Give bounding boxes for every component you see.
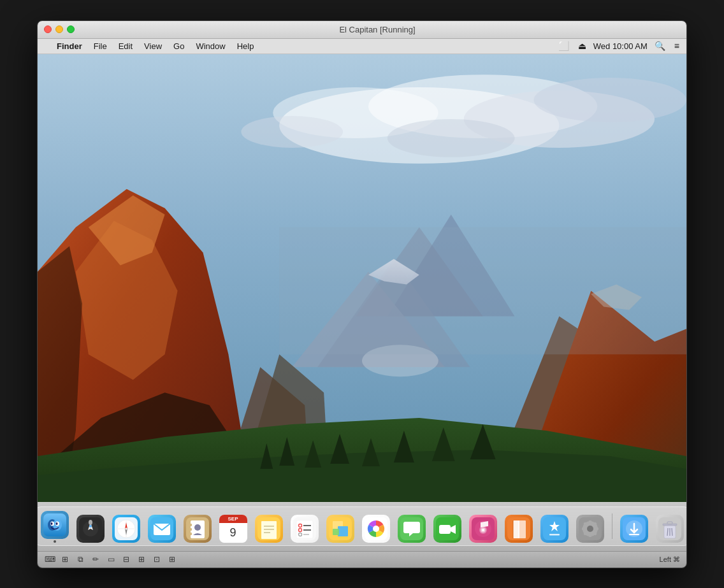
desktop[interactable] [38, 54, 686, 502]
svg-rect-90 [518, 520, 526, 538]
status-bar-text: Left ⌘ [660, 556, 680, 564]
maximize-button[interactable] [67, 25, 75, 33]
svg-rect-82 [439, 525, 451, 534]
dock-item-reminders[interactable] [288, 510, 321, 543]
search-icon[interactable]: 🔍 [653, 41, 667, 51]
close-button[interactable] [44, 25, 52, 33]
svg-rect-77 [333, 529, 339, 535]
svg-point-5 [533, 78, 686, 122]
dock-item-launchpad[interactable] [74, 510, 107, 543]
svg-rect-34 [279, 227, 686, 354]
trash-icon [656, 515, 684, 543]
finder-dot [54, 540, 56, 543]
traffic-lights [44, 25, 75, 33]
dock-item-messages[interactable] [395, 510, 428, 543]
notes-icon [255, 515, 283, 543]
menu-bar: Finder File Edit View Go Window Help ⬜ ⏏… [38, 39, 686, 54]
menu-bar-right: ⬜ ⏏ Wed 10:00 AM 🔍 ≡ [556, 41, 681, 51]
launchpad-icon [76, 515, 105, 543]
svg-point-45 [89, 525, 92, 527]
svg-point-6 [387, 118, 515, 157]
status-icon-6[interactable]: ⊟ [120, 554, 132, 565]
stickies-icon [326, 515, 354, 543]
reminders-icon [291, 515, 319, 543]
facetime-icon [433, 515, 461, 543]
status-bar: ⌨ ⊞ ⧉ ✏ ▭ ⊟ ⊞ ⊡ ⊞ Left ⌘ [38, 551, 686, 568]
status-icon-5[interactable]: ▭ [105, 554, 117, 565]
svg-point-96 [587, 526, 593, 532]
minimize-button[interactable] [55, 25, 63, 33]
mail-icon [148, 515, 176, 543]
messages-icon [398, 515, 426, 543]
dock-container: SEP 9 [38, 502, 686, 551]
dock-item-downloads[interactable] [618, 510, 651, 543]
dock-item-safari[interactable] [110, 510, 143, 543]
view-menu[interactable]: View [139, 40, 167, 52]
dock-item-photos[interactable] [359, 510, 393, 543]
svg-rect-59 [189, 533, 192, 535]
vm-window: El Capitan [Running] Finder File Edit Vi… [37, 20, 687, 568]
dock-item-facetime[interactable] [431, 510, 464, 543]
svg-point-40 [50, 522, 52, 525]
status-icon-9[interactable]: ⊞ [166, 554, 178, 565]
dock-item-calendar[interactable]: SEP 9 [217, 510, 250, 543]
svg-point-60 [194, 524, 201, 531]
status-icon-2[interactable]: ⊞ [59, 554, 71, 565]
clock-display: Wed 10:00 AM [593, 41, 648, 51]
svg-rect-62 [261, 521, 277, 539]
contacts-icon [184, 515, 212, 543]
svg-rect-97 [589, 520, 591, 524]
photos-icon [362, 515, 390, 543]
svg-rect-93 [549, 534, 560, 536]
dock: SEP 9 [37, 506, 687, 546]
status-icon-4[interactable]: ✏ [90, 554, 101, 565]
dock-item-ibooks[interactable] [502, 510, 535, 543]
svg-rect-58 [189, 528, 192, 531]
dock-item-notes[interactable] [252, 510, 286, 543]
window-title: El Capitan [Running] [75, 25, 680, 34]
dock-item-itunes[interactable] [467, 510, 500, 543]
dock-item-appstore[interactable] [538, 510, 571, 543]
status-icon-3[interactable]: ⧉ [75, 554, 86, 565]
sysprefs-icon [576, 515, 604, 543]
svg-rect-98 [589, 534, 591, 537]
dock-separator [612, 513, 612, 539]
svg-rect-57 [189, 524, 192, 526]
appstore-icon [540, 515, 568, 543]
finder-menu[interactable]: Finder [52, 40, 87, 52]
menu-bar-left: Finder File Edit View Go Window Help [43, 40, 259, 52]
finder-icon [41, 511, 69, 539]
dock-item-sysprefs[interactable] [574, 510, 607, 543]
title-bar: El Capitan [Running] [38, 21, 686, 39]
svg-rect-100 [595, 527, 598, 530]
dock-item-trash[interactable] [653, 510, 686, 543]
notifications-icon[interactable]: ≡ [672, 41, 681, 51]
svg-point-41 [55, 522, 57, 525]
file-menu[interactable]: File [89, 40, 112, 52]
svg-point-7 [241, 116, 343, 148]
ibooks-icon [505, 515, 533, 543]
go-menu[interactable]: Go [168, 40, 189, 52]
svg-rect-76 [338, 526, 348, 536]
calendar-icon: SEP 9 [219, 515, 247, 543]
edit-menu[interactable]: Edit [113, 40, 138, 52]
safari-icon [112, 515, 140, 543]
svg-point-44 [89, 520, 92, 525]
status-icon-1[interactable]: ⌨ [44, 554, 55, 565]
dock-item-finder[interactable] [38, 510, 71, 543]
itunes-icon [469, 515, 497, 543]
dock-item-stickies[interactable] [324, 510, 357, 543]
downloads-icon [620, 515, 648, 543]
dock-item-contacts[interactable] [181, 510, 214, 543]
help-menu[interactable]: Help [232, 40, 259, 52]
svg-point-87 [482, 529, 484, 531]
status-icon-7[interactable]: ⊞ [136, 554, 147, 565]
svg-point-79 [373, 526, 379, 532]
status-icon-8[interactable]: ⊡ [151, 554, 163, 565]
dock-item-mail[interactable] [145, 510, 178, 543]
eject-icon[interactable]: ⏏ [576, 41, 588, 51]
display-icon[interactable]: ⬜ [556, 41, 571, 51]
window-menu[interactable]: Window [191, 40, 230, 52]
apple-menu[interactable] [43, 45, 50, 47]
svg-rect-99 [582, 527, 585, 530]
